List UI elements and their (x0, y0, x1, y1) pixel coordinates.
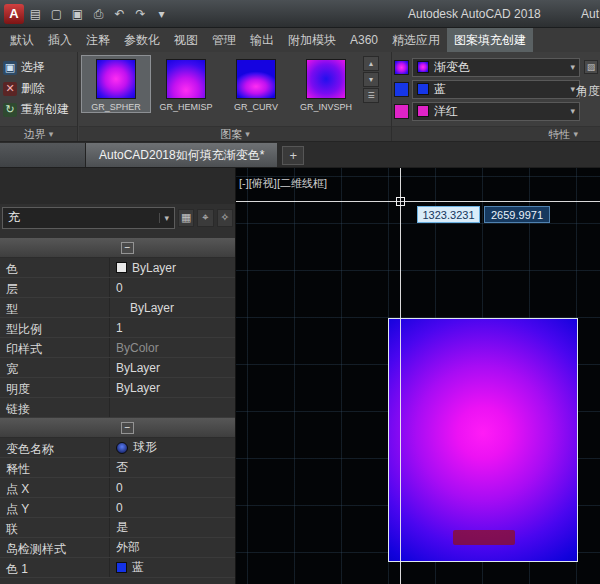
ribbon-tab-annotate[interactable]: 注释 (79, 28, 117, 52)
table-row[interactable]: 释性 否 (0, 458, 235, 478)
gradient-color1-dropdown[interactable]: 蓝 ▾ (412, 80, 580, 99)
ribbon-tab-hatch-creation[interactable]: 图案填充创建 (447, 28, 533, 52)
table-row[interactable]: 点 Y 0 (0, 498, 235, 518)
redo-icon[interactable]: ↷ (131, 4, 150, 24)
ribbon-tab-manage[interactable]: 管理 (205, 28, 243, 52)
pattern-panel-label[interactable]: 图案 ▾ (79, 126, 391, 141)
app-logo-icon[interactable]: A (4, 4, 24, 24)
gradient-color2-dropdown[interactable]: 洋红 ▾ (412, 102, 580, 121)
table-row[interactable]: 印样式 ByColor (0, 338, 235, 358)
file-tab-bar: AutoCAD2018如何填充渐变色* + (0, 142, 600, 168)
gr-hemisp-label: GR_HEMISP (152, 102, 220, 112)
row-value: 0 (116, 501, 123, 515)
watermark (453, 530, 515, 545)
pattern-gr-spher[interactable]: GR_SPHER (81, 55, 151, 113)
palette-selector-row: 充 ▾ ▦ ⌖ ✧ (0, 204, 235, 231)
table-row[interactable]: 链接 (0, 398, 235, 418)
row-value: 否 (116, 459, 128, 476)
ribbon-tab-output[interactable]: 输出 (243, 28, 281, 52)
row-value: ByLayer (116, 361, 160, 375)
dynamic-input-y[interactable]: 2659.9971 (484, 206, 550, 223)
boundaries-panel-label-text: 边界 (24, 127, 46, 142)
section-header-general[interactable]: − (0, 238, 235, 258)
boundaries-panel-label[interactable]: 边界 ▾ (0, 126, 77, 141)
remove-boundary-button[interactable]: ✕ 删除 (0, 78, 77, 99)
collapse-icon[interactable]: − (121, 422, 134, 434)
properties-panel-label[interactable]: 特性 ▾ (392, 126, 600, 141)
boundaries-panel: ▣ 选择 ✕ 删除 ↻ 重新创建 边界 ▾ (0, 52, 78, 141)
row-label: 印样式 (0, 338, 110, 357)
row-label: 岛检测样式 (0, 538, 110, 557)
table-row[interactable]: 型 ByLayer (0, 298, 235, 318)
drawing-viewport[interactable]: [-][俯视][二维线框] 1323.3231 2659.9971 (236, 168, 600, 584)
table-row[interactable]: 型比例 1 (0, 318, 235, 338)
gallery-scroll-up-icon[interactable]: ▴ (363, 56, 379, 71)
table-row[interactable]: 岛检测样式 外部 (0, 538, 235, 558)
new-drawing-tab-button[interactable]: + (282, 146, 304, 165)
crosshair-pickbox (396, 197, 405, 206)
file-tab-name: AutoCAD2018如何填充渐变色* (99, 147, 264, 164)
pattern-gr-hemisp[interactable]: GR_HEMISP (151, 55, 221, 113)
table-row[interactable]: 点 X 0 (0, 478, 235, 498)
table-row[interactable]: 层 0 (0, 278, 235, 298)
pick-points-label: 选择 (21, 59, 45, 76)
table-row[interactable]: 联 是 (0, 518, 235, 538)
hatch-properties-panel: 渐变色 ▾ 蓝 ▾ 洋红 ▾ ▨ 角 (392, 52, 600, 141)
table-row[interactable]: 宽 ByLayer (0, 358, 235, 378)
object-type-value: 充 (8, 209, 20, 226)
quick-select-icon[interactable]: ✧ (217, 209, 233, 227)
menu-browser-icon[interactable]: ▤ (26, 4, 45, 24)
qat-customize-icon[interactable]: ▾ (152, 4, 171, 24)
transparency-icon[interactable]: ▨ (584, 60, 598, 74)
ribbon-tab-insert[interactable]: 插入 (41, 28, 79, 52)
ribbon: ▣ 选择 ✕ 删除 ↻ 重新创建 边界 ▾ (0, 52, 600, 142)
save-icon[interactable]: ▣ (68, 4, 87, 24)
select-objects-icon[interactable]: ⌖ (197, 209, 213, 227)
ribbon-tab-addins[interactable]: 附加模块 (281, 28, 343, 52)
row-label: 链接 (0, 398, 110, 417)
pattern-gr-invsph[interactable]: GR_INVSPH (291, 55, 361, 113)
collapse-icon[interactable]: − (121, 242, 134, 254)
recreate-boundary-button[interactable]: ↻ 重新创建 (0, 99, 77, 120)
plot-icon[interactable]: ⎙ (89, 4, 108, 24)
table-row[interactable]: 明度 ByLayer (0, 378, 235, 398)
table-row[interactable]: 变色名称 球形 (0, 438, 235, 458)
row-value: ByLayer (130, 301, 174, 315)
pick-points-button[interactable]: ▣ 选择 (0, 57, 77, 78)
toggle-pickadd-icon[interactable]: ▦ (178, 209, 194, 227)
row-label: 型比例 (0, 318, 110, 337)
ribbon-tab-default[interactable]: 默认 (3, 28, 41, 52)
ribbon-tab-featured-apps[interactable]: 精选应用 (385, 28, 447, 52)
pattern-panel-label-text: 图案 (220, 127, 242, 142)
gallery-expand-icon[interactable]: ☰ (363, 88, 379, 103)
pattern-panel: GR_SPHER GR_HEMISP GR_CURV GR_INVSPH ▴ ▾ (79, 52, 392, 141)
table-row[interactable]: 色 ByLayer (0, 258, 235, 278)
file-tab-partial[interactable] (0, 143, 86, 167)
hatch-type-dropdown[interactable]: 渐变色 ▾ (412, 58, 580, 77)
chevron-down-icon: ▾ (49, 129, 54, 139)
angle-label: 角度 (576, 83, 600, 100)
row-value: ByColor (116, 341, 159, 355)
open-icon[interactable]: ▢ (47, 4, 66, 24)
ribbon-tab-parametric[interactable]: 参数化 (117, 28, 167, 52)
title-bar: A ▤ ▢ ▣ ⎙ ↶ ↷ ▾ Autodesk AutoCAD 2018 Au… (0, 0, 600, 28)
chevron-down-icon: ▾ (245, 129, 250, 139)
gr-spher-swatch-icon (96, 59, 136, 99)
hatch-type-value: 渐变色 (434, 59, 470, 76)
viewport-controls[interactable]: [-][俯视][二维线框] (239, 176, 327, 191)
gradient-name-swatch-icon (116, 442, 128, 454)
section-header-pattern[interactable]: − (0, 418, 235, 438)
gr-invsph-swatch-icon (306, 59, 346, 99)
gallery-scroll-down-icon[interactable]: ▾ (363, 72, 379, 87)
ribbon-tab-view[interactable]: 视图 (167, 28, 205, 52)
row-value: 外部 (116, 539, 140, 556)
dynamic-input-x[interactable]: 1323.3231 (417, 206, 480, 223)
gradient-hatch-rectangle[interactable] (388, 318, 578, 562)
table-row[interactable]: 色 1 蓝 (0, 558, 235, 578)
window-title-overflow: Aut (581, 7, 599, 21)
ribbon-tab-a360[interactable]: A360 (343, 28, 385, 52)
file-tab-active[interactable]: AutoCAD2018如何填充渐变色* (86, 143, 277, 167)
pattern-gr-curv[interactable]: GR_CURV (221, 55, 291, 113)
object-type-dropdown[interactable]: 充 ▾ (2, 207, 175, 229)
undo-icon[interactable]: ↶ (110, 4, 129, 24)
